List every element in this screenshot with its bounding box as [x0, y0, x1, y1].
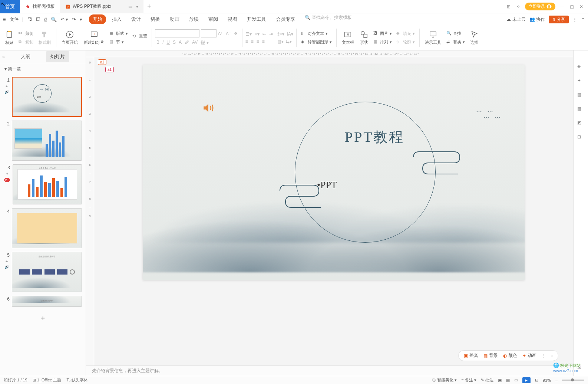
- format-painter-button[interactable]: 格式刷: [36, 30, 53, 45]
- bold-icon[interactable]: B: [156, 40, 159, 46]
- sound-icon[interactable]: [202, 102, 215, 114]
- tab-vip[interactable]: 会员专享: [272, 14, 299, 24]
- tab-start[interactable]: 开始: [89, 14, 106, 24]
- decrease-font-icon[interactable]: A⁻: [224, 30, 232, 37]
- tab-menu-icon[interactable]: ▭: [128, 4, 132, 9]
- animation-pane-icon[interactable]: ▦: [577, 106, 585, 114]
- color-button[interactable]: ◐颜色: [503, 352, 517, 359]
- tab-slideshow[interactable]: 放映: [185, 14, 202, 24]
- apps-icon[interactable]: ⁘: [515, 4, 521, 10]
- columns-icon[interactable]: ▥▾: [277, 39, 284, 44]
- save-icon[interactable]: 🖫: [27, 17, 32, 22]
- zoom-slider[interactable]: [562, 380, 584, 381]
- thumbnail-6[interactable]: 这里是单例PPT: [12, 296, 82, 307]
- reading-view-icon[interactable]: ▭: [514, 378, 518, 383]
- share-button[interactable]: ⇧ 分享: [549, 16, 569, 23]
- fill-button[interactable]: ◆填充▾: [395, 30, 416, 37]
- animation-button[interactable]: ✦动画: [522, 352, 536, 359]
- numbering-icon[interactable]: ≡▾: [255, 32, 260, 37]
- slideshow-button[interactable]: ▶: [522, 377, 531, 383]
- adjust-icon[interactable]: ✦: [577, 78, 585, 85]
- comment-tag-2[interactable]: a1: [105, 67, 114, 72]
- thumbnail-4[interactable]: [12, 208, 82, 248]
- increase-font-icon[interactable]: A⁺: [217, 30, 224, 37]
- missing-font-button[interactable]: T₂ 缺失字体: [66, 377, 88, 383]
- text-direction-icon[interactable]: IA▾: [287, 32, 293, 37]
- notes-pane[interactable]: 先介绍背景信息，再进入主题讲解。: [86, 365, 573, 376]
- thumbnail-3[interactable]: 这是是卡例文字内容: [13, 164, 82, 204]
- maximize-icon[interactable]: ▢: [569, 4, 575, 10]
- replace-button[interactable]: ⇄替换▾: [445, 39, 466, 46]
- tab-transition[interactable]: 切换: [147, 14, 164, 24]
- text-effect-icon[interactable]: 變 ▾: [201, 40, 208, 46]
- convert-shape-button[interactable]: ◈转智能图形▾: [300, 39, 333, 46]
- outline-tab[interactable]: 大纲: [16, 51, 35, 62]
- collapse-ribbon-icon[interactable]: ⌃: [581, 17, 585, 22]
- textbox-button[interactable]: A 文本框: [340, 30, 356, 45]
- font-size-select[interactable]: [201, 29, 217, 37]
- char-spacing-icon[interactable]: AV: [192, 40, 198, 46]
- font-family-select[interactable]: [155, 29, 199, 37]
- more-icon[interactable]: ⋮: [572, 17, 577, 22]
- more-icon[interactable]: ⋮: [542, 353, 546, 358]
- align-text-button[interactable]: ▯对齐文本▾: [300, 30, 333, 37]
- zoom-out-icon[interactable]: –: [555, 378, 558, 383]
- present-tool-button[interactable]: 演示工具: [423, 30, 443, 45]
- indent-dec-icon[interactable]: ⇤: [262, 32, 266, 37]
- slide-title[interactable]: PPT教程: [345, 128, 404, 147]
- shapes-button[interactable]: 形状: [358, 30, 370, 45]
- tab-animation[interactable]: 动画: [166, 14, 183, 24]
- indent-icon[interactable]: ⇆▾: [286, 39, 292, 44]
- menu-icon[interactable]: ≡: [3, 17, 6, 22]
- print-preview-icon[interactable]: 🔍: [51, 17, 57, 22]
- bullets-icon[interactable]: ☰▾: [245, 32, 252, 37]
- cut-button[interactable]: ✂剪切: [17, 30, 35, 37]
- resource-icon[interactable]: ▥: [577, 92, 585, 99]
- design-icon[interactable]: ◈: [577, 64, 585, 71]
- add-tab-button[interactable]: +: [147, 3, 151, 10]
- outline-button[interactable]: ◇轮廓▾: [395, 39, 416, 46]
- slide-canvas[interactable]: 〰 〰 〰 〰 PPT教程 •PPT: [143, 65, 525, 280]
- new-slide-button[interactable]: + 新建幻灯片: [82, 30, 106, 45]
- select-button[interactable]: 选择: [468, 30, 480, 45]
- tab-view[interactable]: 视图: [224, 14, 241, 24]
- thumbnail-1[interactable]: PPT教程 •PPT: [12, 77, 82, 117]
- template-tab[interactable]: 找稻壳模板: [20, 0, 60, 13]
- tab-dev[interactable]: 开发工具: [243, 14, 270, 24]
- tab-insert[interactable]: 插入: [108, 14, 125, 24]
- theme-name[interactable]: ⊞ 1_Office 主题: [33, 377, 62, 383]
- view-mode-icon[interactable]: ⊡: [535, 378, 538, 383]
- cloud-status[interactable]: ☁ 未上云: [506, 16, 525, 23]
- document-tab[interactable]: P WPS PPT教程.pptx ▭ ●: [60, 0, 143, 13]
- save-as-icon[interactable]: 🖫: [36, 17, 40, 22]
- reset-button[interactable]: ⟲重置: [131, 33, 149, 40]
- layout-icon[interactable]: ⊞: [506, 4, 512, 10]
- help-icon[interactable]: ⊡: [577, 134, 585, 142]
- login-button[interactable]: 立即登录: [525, 3, 555, 10]
- add-slide-button[interactable]: +: [4, 311, 82, 326]
- strikethrough-icon[interactable]: S: [173, 40, 176, 46]
- notes-button[interactable]: ≡ 备注 ▾: [461, 377, 476, 383]
- tab-review[interactable]: 审阅: [205, 14, 222, 24]
- close-tab-icon[interactable]: ●: [136, 4, 138, 9]
- align-left-icon[interactable]: ≡: [245, 39, 248, 44]
- thumbnail-5[interactable]: 这生意音例文字内容: [12, 252, 82, 292]
- find-button[interactable]: 🔍查找: [445, 30, 466, 37]
- redo-icon[interactable]: ↷: [72, 17, 76, 22]
- command-search[interactable]: 🔍 查找命令、搜索模板: [301, 14, 351, 24]
- background-button[interactable]: ▦背景: [483, 352, 498, 359]
- section-button[interactable]: ▤节 ▾: [108, 39, 129, 46]
- underline-icon[interactable]: U: [166, 40, 170, 46]
- close-window-icon[interactable]: ✕: [578, 4, 584, 10]
- undo-icon[interactable]: ↶ ▾: [60, 17, 69, 22]
- arrange-button[interactable]: ▦排列▾: [372, 39, 393, 46]
- section-header[interactable]: ▾ 第一章: [0, 63, 86, 75]
- tab-design[interactable]: 设计: [128, 14, 145, 24]
- align-right-icon[interactable]: ≡: [257, 39, 259, 44]
- comments-button[interactable]: ✎ 批注: [481, 377, 493, 383]
- align-center-icon[interactable]: ≡: [251, 39, 254, 44]
- layout-button[interactable]: ▦版式 ▾: [108, 30, 129, 37]
- file-menu[interactable]: 文件: [10, 16, 19, 23]
- italic-icon[interactable]: I: [162, 40, 163, 46]
- collapse-panel-icon[interactable]: «: [2, 54, 5, 59]
